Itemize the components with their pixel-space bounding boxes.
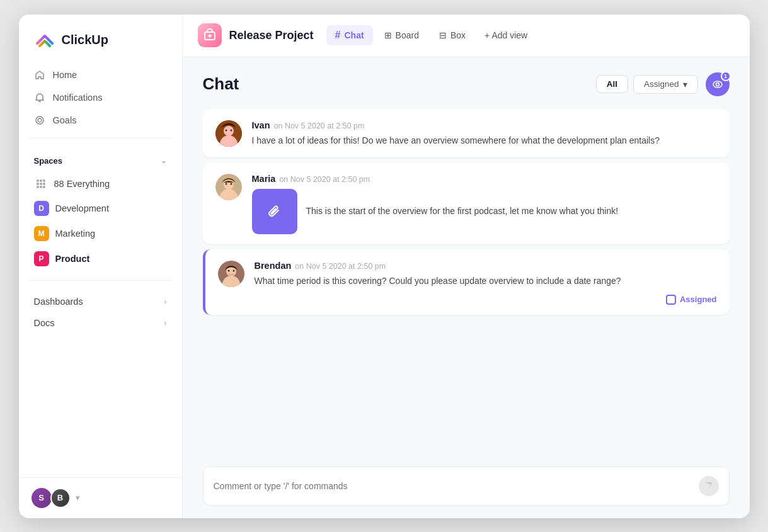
header-tabs: # Chat ⊞ Board ⊟ Box + Add view (326, 25, 735, 45)
filter-assigned-label: Assigned (644, 79, 679, 89)
send-message-button[interactable] (699, 476, 719, 496)
svg-point-3 (40, 179, 42, 182)
svg-point-27 (227, 270, 229, 272)
svg-point-15 (224, 126, 234, 136)
main-content: Release Project # Chat ⊞ Board ⊟ Box (183, 14, 750, 518)
svg-point-0 (36, 116, 43, 124)
sidebar-item-dashboards[interactable]: Dashboards › (26, 291, 175, 312)
brendan-message-content: Brendan on Nov 5 2020 at 2:50 pm What ti… (255, 261, 717, 305)
spaces-list: 88 Everything D Development M Marketing … (19, 169, 182, 274)
box-icon: ⊟ (439, 30, 447, 40)
sidebar-item-notifications[interactable]: Notifications (26, 86, 175, 109)
maria-attachment-text: This is the start of the overview for th… (306, 205, 619, 218)
docs-chevron-icon: › (164, 318, 166, 327)
chat-title: Chat (203, 74, 239, 94)
sidebar-item-marketing[interactable]: M Marketing (26, 221, 175, 246)
filter-all-button[interactable]: All (596, 75, 628, 93)
avatar-user-b[interactable]: B (50, 488, 71, 508)
assigned-checkbox[interactable] (666, 295, 676, 305)
chat-header: Chat All Assigned ▾ (183, 57, 750, 104)
marketing-badge: M (34, 226, 49, 241)
brendan-msg-text: What time period is this covering? Could… (255, 274, 717, 288)
attachment-icon[interactable] (252, 189, 297, 234)
svg-point-5 (37, 183, 39, 185)
tab-board[interactable]: ⊞ Board (375, 26, 428, 45)
brendan-avatar-img (218, 261, 244, 287)
assigned-label: Assigned (680, 295, 717, 304)
messages-list: Ivan on Nov 5 2020 at 2:50 pm I have a l… (183, 104, 750, 467)
brendan-msg-time: on Nov 5 2020 at 2:50 pm (295, 262, 386, 271)
svg-point-28 (232, 270, 234, 272)
ivan-msg-meta: Ivan on Nov 5 2020 at 2:50 pm (252, 120, 717, 130)
notifications-label: Notifications (53, 93, 103, 103)
svg-point-10 (43, 186, 45, 188)
development-badge: D (34, 201, 49, 216)
sidebar-item-docs[interactable]: Docs › (26, 312, 175, 334)
app-container: ClickUp Home Notifications Goals (19, 14, 750, 518)
chat-filters: All Assigned ▾ (596, 75, 698, 94)
board-icon: ⊞ (384, 30, 392, 40)
app-name: ClickUp (62, 33, 108, 47)
ivan-msg-time: on Nov 5 2020 at 2:50 pm (274, 122, 365, 130)
footer-chevron-icon: ▾ (76, 493, 80, 502)
sidebar-item-home[interactable]: Home (26, 64, 175, 86)
brendan-msg-meta: Brendan on Nov 5 2020 at 2:50 pm (255, 261, 717, 271)
sidebar-item-development[interactable]: D Development (26, 196, 175, 221)
svg-point-12 (713, 81, 722, 88)
board-tab-label: Board (396, 30, 419, 40)
sidebar-navigation: Home Notifications Goals (19, 64, 182, 132)
maria-msg-meta: Maria on Nov 5 2020 at 2:50 pm (252, 174, 717, 184)
avatar-user-s[interactable]: S (32, 488, 52, 508)
chat-hash-icon: # (335, 30, 341, 41)
sidebar-footer: S B ▾ (19, 477, 182, 518)
marketing-label: Marketing (55, 229, 96, 239)
svg-point-17 (225, 129, 227, 131)
brendan-avatar (218, 261, 244, 287)
ivan-avatar (215, 120, 242, 147)
add-view-button[interactable]: + Add view (477, 26, 535, 45)
goals-icon (34, 115, 45, 126)
svg-point-18 (230, 129, 232, 131)
sidebar-bottom-items: Dashboards › Docs › (19, 287, 182, 337)
tab-chat[interactable]: # Chat (326, 25, 373, 45)
ivan-msg-text: I have a lot of ideas for this! Do we ha… (252, 134, 717, 148)
sidebar-item-everything[interactable]: 88 Everything (26, 172, 175, 196)
eye-icon (712, 79, 723, 90)
home-icon (34, 69, 45, 81)
brendan-author: Brendan (255, 261, 292, 271)
message-card: Brendan on Nov 5 2020 at 2:50 pm What ti… (203, 249, 730, 315)
svg-point-8 (37, 186, 39, 188)
goals-label: Goals (53, 115, 77, 125)
svg-point-7 (43, 183, 45, 185)
sidebar-item-product[interactable]: P Product (26, 246, 175, 271)
chat-area: Chat All Assigned ▾ (183, 57, 750, 518)
svg-point-1 (38, 118, 42, 122)
dashboards-chevron-icon: › (164, 297, 166, 306)
notifications-bell-button[interactable]: 1 (706, 72, 730, 96)
spaces-divider (29, 280, 172, 281)
logo-area: ClickUp (19, 14, 182, 64)
product-badge: P (34, 251, 49, 266)
filter-all-label: All (607, 79, 617, 89)
svg-point-2 (37, 179, 39, 182)
add-view-label: + Add view (484, 30, 527, 40)
comment-input[interactable] (214, 481, 692, 491)
maria-msg-time: on Nov 5 2020 at 2:50 pm (279, 175, 370, 184)
clickup-logo-icon (34, 30, 55, 51)
home-label: Home (53, 70, 77, 80)
ivan-avatar-img (215, 120, 242, 147)
docs-label: Docs (34, 318, 55, 328)
assigned-badge-area: Assigned (255, 295, 717, 305)
svg-point-6 (40, 183, 42, 185)
tab-box[interactable]: ⊟ Box (430, 26, 474, 45)
project-cube-icon (203, 28, 217, 42)
maria-avatar (215, 174, 242, 200)
svg-point-9 (40, 186, 42, 188)
spaces-header[interactable]: Spaces ⌄ (34, 156, 167, 166)
svg-point-22 (225, 183, 227, 185)
filter-assigned-button[interactable]: Assigned ▾ (633, 75, 698, 94)
everything-label: 88 Everything (54, 179, 110, 189)
maria-message-content: Maria on Nov 5 2020 at 2:50 pm This is t… (252, 174, 717, 234)
notification-count-badge: 1 (721, 71, 731, 81)
sidebar-item-goals[interactable]: Goals (26, 109, 175, 132)
